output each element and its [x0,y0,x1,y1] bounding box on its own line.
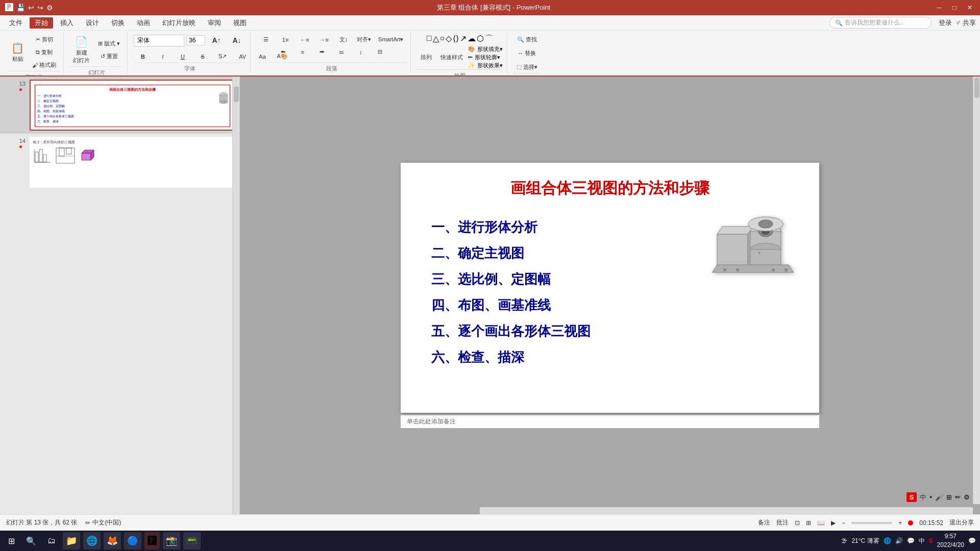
grid-view-icon[interactable]: ⊞ [806,519,811,527]
outline-button[interactable]: ✏ 形状轮廓▾ [468,54,502,61]
shadow-button[interactable]: S↗ [213,51,232,62]
menu-design[interactable]: 设计 [81,17,104,29]
start-button[interactable]: ⊞ [4,532,19,549]
svg-rect-5 [43,155,46,162]
share-button[interactable]: ♂ 共享 [956,18,976,28]
line-spacing-button[interactable]: ↕ [352,46,370,57]
search-box[interactable]: 🔍 告诉我您想要做什么... [829,17,932,29]
taskbar-volume-icon[interactable]: 🔊 [895,537,903,544]
taskbar-msg-icon[interactable]: 💬 [907,537,915,544]
indent-less-button[interactable]: ←≡ [296,34,314,45]
minimize-button[interactable]: ─ [934,3,944,13]
taskbar-powerpoint[interactable]: 🅿 [144,532,160,549]
font-shrink-button[interactable]: A↓ [228,34,246,46]
view-scrollbar-thumb[interactable] [974,78,979,98]
format-painter-button[interactable]: 🖌格式刷 [29,59,59,71]
slide-thumbnail-13[interactable]: 画组合体三视图的方法和步骤 一、进行形体分析 二、确定主视图 三、选比例、定图幅… [30,80,235,131]
columns-button[interactable]: ⊟ [371,46,389,57]
bold-button[interactable]: B [134,52,152,62]
panel-scrollbar[interactable] [232,77,239,514]
taskbar-notification[interactable]: 💬 [968,537,976,544]
slide-canvas[interactable]: 画组合体三视图的方法和步骤 一、进行形体分析 二、确定主视图 三、选比例、定图幅… [401,163,819,413]
align-center-button[interactable]: ≡ [293,46,312,57]
taskbar-explorer[interactable]: 📁 [63,532,80,549]
main-area: 13 ★ 画组合体三视图的方法和步骤 一、进行形体分析 二、确定主视图 三、选比… [0,77,980,514]
taskbar-edge[interactable]: 🌐 [83,532,101,549]
cut-button[interactable]: ✂剪切 [29,34,59,45]
redo-icon[interactable]: ↪ [37,4,43,12]
align-left-button[interactable]: ⬅ [274,46,292,57]
zoom-in[interactable]: + [898,519,902,527]
strikethrough-button[interactable]: S [193,52,212,62]
settings-icon[interactable]: ⚙ [46,4,53,12]
slide-item-5: 五、逐个画出各形体三视图 [431,318,789,344]
save-icon[interactable]: 💾 [16,4,25,12]
align-text-button[interactable]: 对齐▾ [354,34,374,45]
menu-review[interactable]: 审阅 [203,17,226,29]
replace-button[interactable]: ↔ 替换 [514,47,539,59]
justify-button[interactable]: ⚌ [332,46,351,57]
undo-icon[interactable]: ↩ [28,4,34,12]
menu-file[interactable]: 文件 [4,17,28,29]
paragraph-label: 段落 [257,62,406,72]
slide-panel[interactable]: 13 ★ 画组合体三视图的方法和步骤 一、进行形体分析 二、确定主视图 三、选比… [0,77,240,514]
slide-thumb-14[interactable]: 14 ★ 例 2：求作导向块的三视图 [0,134,239,191]
reset-button[interactable]: ↺重置 [95,51,123,62]
notes-area[interactable]: 单击此处添加备注 [401,415,819,428]
menu-transition[interactable]: 切换 [106,17,130,29]
font-family-select[interactable]: 宋体 [134,35,184,46]
notes-button[interactable]: 备注 [758,518,770,527]
indent-more-button[interactable]: →≡ [315,34,333,45]
taskbar-lang[interactable]: 中 [919,537,925,545]
comments-button[interactable]: 批注 [776,518,789,527]
quick-styles-button[interactable]: 快速样式 [437,52,466,63]
panel-scrollbar-thumb[interactable] [234,87,239,102]
align-right-button[interactable]: ➡ [313,46,331,57]
taskbar-chrome[interactable]: 🔵 [124,532,141,549]
menu-view[interactable]: 视图 [228,17,252,29]
select-button[interactable]: ⬚ 选择▾ [513,61,541,73]
arrange-button[interactable]: 排列 [417,52,435,63]
menu-animation[interactable]: 动画 [132,17,155,29]
normal-view-icon[interactable]: ⊡ [795,519,800,527]
font-grow-button[interactable]: A↑ [207,34,226,46]
reading-view-icon[interactable]: 📖 [817,519,825,527]
taskbar-sogou[interactable]: S [929,537,933,544]
text-direction-button[interactable]: 文↕ [334,34,353,45]
fill-button[interactable]: 🎨 形状填充▾ [468,45,502,53]
font-size-select[interactable]: 36 [186,35,205,45]
taskbar-camera[interactable]: 📸 [163,532,180,549]
menu-slideshow[interactable]: 幻灯片放映 [157,17,201,29]
numbering-button[interactable]: 1≡ [276,34,295,45]
menu-home[interactable]: 开始 [30,17,53,29]
view-scrollbar-right[interactable] [973,77,980,504]
slideshow-icon[interactable]: ▶ [831,519,836,527]
underline-button[interactable]: U [174,52,192,62]
slide-thumbnail-14[interactable]: 例 2：求作导向块的三视图 [30,137,235,188]
smartart-button[interactable]: SmartArt▾ [375,34,406,45]
char-spacing-button[interactable]: AV [233,52,252,62]
effects-button[interactable]: ✨ 形状效果▾ [468,62,502,69]
menu-insert[interactable]: 插入 [55,17,79,29]
taskbar-firefox[interactable]: 🦊 [104,532,121,549]
view-scrollbar-bottom[interactable] [480,507,973,514]
slide-thumb-13[interactable]: 13 ★ 画组合体三视图的方法和步骤 一、进行形体分析 二、确定主视图 三、选比… [0,77,239,134]
task-view-button[interactable]: 🗂 [43,532,60,549]
zoom-slider[interactable] [851,522,892,524]
taskbar-network-icon[interactable]: 🌐 [884,537,891,544]
bullets-button[interactable]: ☰ [257,34,275,45]
paste-button[interactable]: 📋 粘贴 [8,40,27,65]
zoom-out[interactable]: − [842,519,845,527]
layout-button[interactable]: ⊞版式 ▾ [95,38,123,49]
taskbar-terminal[interactable]: 📟 [183,532,201,549]
taskbar-clock[interactable]: 9:57 2022/4/20 [937,532,964,549]
maximize-button[interactable]: □ [949,3,960,13]
close-button[interactable]: ✕ [965,3,975,13]
find-button[interactable]: 🔍 查找 [514,34,540,45]
search-button[interactable]: 🔍 [22,532,40,549]
login-button[interactable]: 登录 [939,18,952,28]
new-slide-button[interactable]: 📄 新建 幻灯片 [70,34,93,66]
italic-button[interactable]: I [154,52,172,62]
copy-button[interactable]: ⧉复制 [29,46,59,58]
exit-share-button[interactable]: 退出分享 [949,518,974,527]
